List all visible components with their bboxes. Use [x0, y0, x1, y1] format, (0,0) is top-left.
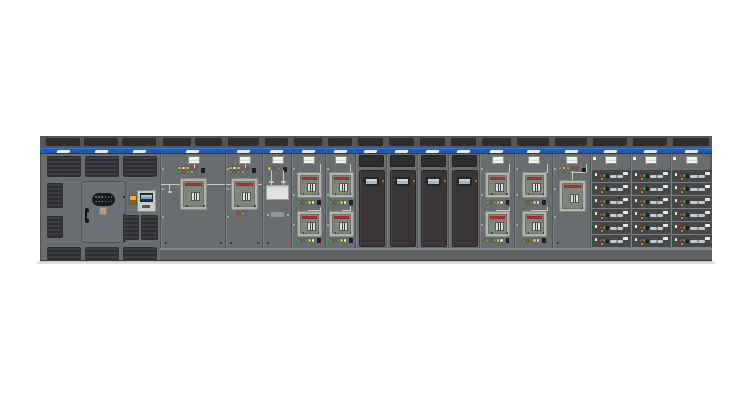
mimic-connector: [168, 191, 172, 193]
mimic-connector: [281, 181, 286, 183]
drawer-switch: [606, 200, 609, 204]
section-control-bay-3: [417, 154, 448, 248]
breaker-screw: [506, 232, 508, 234]
drawer-handle: [610, 201, 623, 204]
green-indicator-led: [523, 201, 526, 204]
mcc-drawer-unit: [592, 183, 630, 196]
red-indicator-led: [526, 201, 529, 204]
drawer-label: [675, 238, 678, 241]
drawer-yellow-led: [681, 230, 684, 233]
green-indicator-led: [523, 239, 526, 242]
drawer-tag: [623, 172, 628, 175]
section-nameplate: [686, 156, 698, 164]
white-indicator-led: [537, 239, 540, 242]
air-circuit-breaker: [180, 178, 207, 210]
hinge-dot: [227, 188, 229, 190]
red-indicator-led: [182, 171, 185, 174]
breaker-emblem: [339, 183, 348, 192]
section-nameplate: [303, 156, 315, 164]
green-indicator-led: [493, 239, 496, 242]
drawer-yellow-led: [641, 191, 644, 194]
control-switch: [252, 168, 256, 173]
section-control-bay-1: [355, 154, 386, 248]
connector-pin: [111, 196, 113, 198]
connector-pin: [101, 201, 103, 203]
air-circuit-breaker: [329, 172, 354, 198]
drawer-tag: [663, 198, 668, 201]
meter-screen: [140, 193, 153, 202]
drawer-handle: [690, 175, 705, 178]
green-indicator-led: [229, 171, 232, 174]
drawer-yellow-led: [641, 217, 644, 220]
yellow-indicator-led: [497, 201, 500, 204]
yellow-indicator-led: [533, 239, 536, 242]
drawer-handle: [690, 201, 705, 204]
green-indicator-led: [330, 201, 333, 204]
connector-pin: [108, 196, 110, 198]
mcc-drawer-unit: [632, 235, 670, 248]
breaker-face: [332, 214, 351, 234]
mimic-connector: [269, 181, 274, 183]
amber-indicator: [129, 195, 137, 205]
drawer-tag: [663, 172, 668, 175]
drawer-switch: [686, 213, 689, 217]
breaker-screw: [491, 193, 493, 195]
air-circuit-breaker: [485, 211, 510, 237]
mcc-drawer-unit: [592, 209, 630, 222]
section-acb-feeder-3: [291, 154, 325, 248]
mimic-line: [572, 172, 586, 173]
drawer-handle: [650, 240, 663, 243]
section-nameplate: [335, 156, 347, 164]
green-indicator-led: [246, 171, 249, 174]
hmi-screen: [457, 177, 472, 186]
breaker-screw: [506, 193, 508, 195]
section-acb-feeder-1: [160, 154, 225, 248]
breaker-red-label: [490, 216, 505, 219]
white-indicator-led: [500, 201, 503, 204]
breaker-face: [488, 175, 507, 195]
connector-pin: [95, 196, 97, 198]
amber-indicator-led: [242, 212, 245, 215]
drawer-switch: [646, 200, 649, 204]
drawer-red-led: [640, 187, 643, 190]
drawer-tag: [623, 211, 628, 214]
drawer-yellow-led: [601, 204, 604, 207]
drawer-label: [675, 173, 678, 176]
connector-pin: [101, 196, 103, 198]
red-indicator-led: [237, 212, 240, 215]
drawer-red-led: [680, 187, 683, 190]
breaker-face: [234, 181, 255, 207]
control-bay-door: [359, 170, 385, 247]
red-indicator-led: [301, 239, 304, 242]
drawer-label: [595, 186, 598, 189]
hinge-dot: [481, 168, 483, 170]
drawer-red-led: [680, 239, 683, 242]
drawer-tag: [705, 224, 710, 227]
top-cover: [452, 155, 477, 167]
breaker-screw: [350, 232, 352, 234]
power-led: [444, 180, 446, 182]
drawer-yellow-led: [641, 230, 644, 233]
white-indicator-led: [344, 239, 347, 242]
hinge-dot: [516, 224, 518, 226]
connector-pin: [95, 201, 97, 203]
drawer-switch: [646, 213, 649, 217]
red-indicator-led: [195, 167, 198, 170]
breaker-emblem: [495, 183, 504, 192]
drawer-label: [595, 212, 598, 215]
air-circuit-breaker: [297, 172, 322, 198]
hinge-dot: [162, 168, 164, 170]
blue-indicator-led: [247, 212, 250, 215]
section-nameplate: [605, 156, 617, 164]
green-indicator-led: [530, 239, 533, 242]
drawer-handle: [650, 201, 663, 204]
control-switch: [349, 200, 353, 205]
section-bus-riser: [262, 154, 291, 248]
louver-vent: [47, 247, 81, 260]
red-indicator-led: [333, 201, 336, 204]
hinge-dot: [516, 168, 518, 170]
mcc-drawer-unit: [672, 183, 712, 196]
drawer-switch: [686, 200, 689, 204]
drawer-label: [595, 225, 598, 228]
louver-vent: [123, 247, 157, 260]
